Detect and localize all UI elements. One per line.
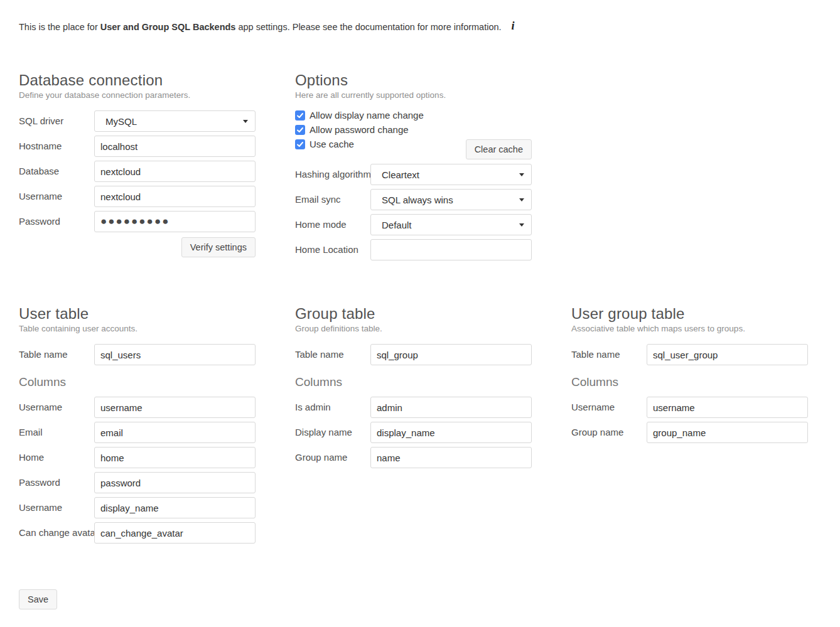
db-password-row: Password	[19, 211, 256, 232]
columns-heading: Columns	[295, 375, 532, 390]
table-name-label: Table name	[19, 344, 94, 365]
user-col-password-input[interactable]	[94, 472, 256, 493]
use-cache-row: Use cache Clear cache	[295, 139, 532, 159]
home-location-row: Home Location	[295, 239, 532, 260]
user-col-email-input[interactable]	[94, 422, 256, 443]
group-table-name-row: Table name	[295, 344, 532, 365]
user-col-display-name-input[interactable]	[94, 497, 256, 518]
hashing-algorithm-select[interactable]: Cleartext	[370, 164, 532, 185]
database-input[interactable]	[94, 161, 256, 182]
home-location-input[interactable]	[370, 239, 532, 260]
col-label: Can change avatar	[19, 522, 94, 544]
section-subtitle: Define your database connection paramete…	[19, 90, 256, 101]
email-sync-row: Email sync SQL always wins	[295, 189, 532, 210]
hostname-row: Hostname	[19, 136, 256, 157]
columns-heading: Columns	[571, 375, 808, 390]
usergroup-col-username-input[interactable]	[647, 397, 808, 418]
section-user-group-table: User group table Associative table which…	[571, 304, 808, 447]
db-password-input[interactable]	[94, 211, 256, 232]
info-icon[interactable]: i	[512, 19, 515, 32]
group-col-display-name-row: Display name	[295, 422, 532, 443]
home-location-label: Home Location	[295, 239, 370, 260]
user-col-email-row: Email	[19, 422, 256, 443]
user-col-home-row: Home	[19, 447, 256, 468]
col-label: Username	[19, 497, 94, 518]
section-group-table: Group table Group definitions table. Tab…	[295, 304, 532, 472]
intro-suffix: app settings. Please see the documentati…	[235, 22, 501, 32]
sql-driver-row: SQL driver MySQL	[19, 110, 256, 132]
section-subtitle: Group definitions table.	[295, 323, 532, 335]
database-row: Database	[19, 161, 256, 182]
allow-password-change-checkbox[interactable]	[295, 125, 305, 135]
group-table-name-input[interactable]	[370, 344, 532, 365]
top-sections: Database connection Define your database…	[19, 71, 840, 264]
col-label: Home	[19, 447, 94, 468]
intro-prefix: This is the place for	[19, 22, 100, 32]
section-options: Options Here are all currently supported…	[295, 71, 532, 264]
section-title: User group table	[571, 304, 808, 323]
col-label: Group name	[295, 447, 370, 468]
usergroup-col-username-row: Username	[571, 397, 808, 418]
db-username-label: Username	[19, 186, 94, 207]
user-col-password-row: Password	[19, 472, 256, 493]
allow-display-name-change-label[interactable]: Allow display name change	[310, 110, 424, 121]
hostname-input[interactable]	[94, 136, 256, 157]
user-col-username-row: Username	[19, 397, 256, 418]
allow-display-name-change-row: Allow display name change	[295, 110, 532, 121]
allow-display-name-change-checkbox[interactable]	[295, 110, 305, 121]
user-col-avatar-row: Can change avatar	[19, 522, 256, 544]
email-sync-select[interactable]: SQL always wins	[370, 189, 532, 210]
section-subtitle: Table containing user accounts.	[19, 323, 256, 335]
col-label: Username	[571, 397, 647, 418]
user-col-home-input[interactable]	[94, 447, 256, 468]
allow-password-change-label[interactable]: Allow password change	[310, 125, 409, 135]
user-table-name-input[interactable]	[94, 344, 256, 365]
sql-driver-select[interactable]: MySQL	[94, 110, 256, 132]
hashing-algorithm-label: Hashing algorithm	[295, 164, 370, 185]
columns-heading: Columns	[19, 375, 256, 390]
database-label: Database	[19, 161, 94, 182]
verify-settings-row: Verify settings	[94, 237, 256, 257]
col-label: Password	[19, 472, 94, 493]
group-col-display-name-input[interactable]	[370, 422, 532, 443]
group-col-admin-input[interactable]	[370, 397, 532, 418]
group-col-name-input[interactable]	[370, 447, 532, 468]
save-button[interactable]: Save	[19, 589, 57, 609]
user-group-table-name-input[interactable]	[647, 344, 808, 365]
section-title: Group table	[295, 304, 532, 323]
user-col-username-input[interactable]	[94, 397, 256, 418]
app-name: User and Group SQL Backends	[100, 22, 236, 32]
group-col-admin-row: Is admin	[295, 397, 532, 418]
use-cache-checkbox[interactable]	[295, 139, 305, 149]
usergroup-col-group-name-input[interactable]	[647, 422, 808, 443]
usergroup-col-group-name-row: Group name	[571, 422, 808, 443]
home-mode-label: Home mode	[295, 214, 370, 235]
section-title: Database connection	[19, 71, 256, 90]
use-cache-label[interactable]: Use cache	[310, 139, 354, 149]
hostname-label: Hostname	[19, 136, 94, 157]
intro-text: This is the place for User and Group SQL…	[19, 20, 840, 33]
section-user-table: User table Table containing user account…	[19, 304, 256, 547]
db-username-row: Username	[19, 186, 256, 207]
group-col-name-row: Group name	[295, 447, 532, 468]
user-group-table-name-row: Table name	[571, 344, 808, 365]
sql-driver-label: SQL driver	[19, 110, 94, 132]
col-label: Display name	[295, 422, 370, 443]
col-label: Username	[19, 397, 94, 418]
save-row: Save	[19, 589, 840, 609]
table-name-label: Table name	[295, 344, 370, 365]
allow-password-change-row: Allow password change	[295, 125, 532, 135]
section-subtitle: Here are all currently supported options…	[295, 90, 532, 101]
section-title: User table	[19, 304, 256, 323]
home-mode-select[interactable]: Default	[370, 214, 532, 235]
col-label: Is admin	[295, 397, 370, 418]
clear-cache-button[interactable]: Clear cache	[466, 139, 532, 159]
user-table-name-row: Table name	[19, 344, 256, 365]
db-username-input[interactable]	[94, 186, 256, 207]
table-sections: User table Table containing user account…	[19, 304, 840, 547]
verify-settings-button[interactable]: Verify settings	[181, 237, 256, 257]
table-name-label: Table name	[571, 344, 647, 365]
section-subtitle: Associative table which maps users to gr…	[571, 323, 808, 335]
user-col-avatar-input[interactable]	[94, 522, 256, 544]
home-mode-row: Home mode Default	[295, 214, 532, 235]
